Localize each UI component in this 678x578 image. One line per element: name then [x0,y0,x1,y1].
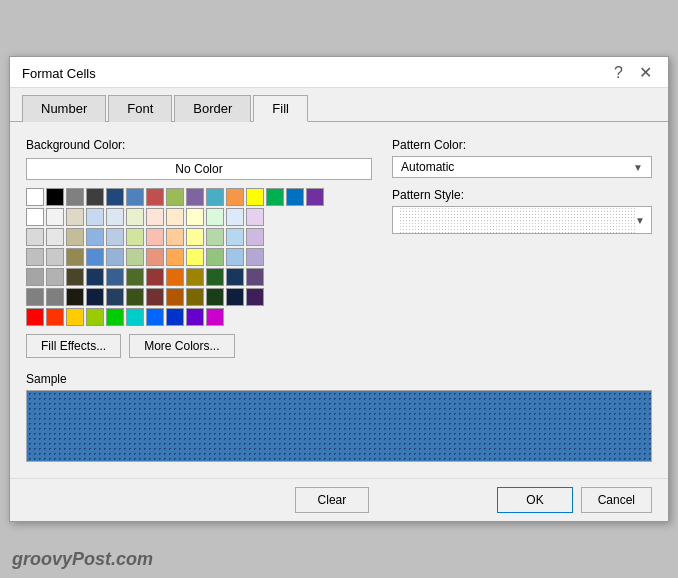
color-cell[interactable] [26,308,44,326]
color-cell[interactable] [66,288,84,306]
color-cell[interactable] [86,188,104,206]
color-cell[interactable] [166,308,184,326]
color-cell[interactable] [106,228,124,246]
color-cell[interactable] [126,228,144,246]
color-cell[interactable] [186,288,204,306]
color-cell[interactable] [26,248,44,266]
color-cell[interactable] [146,228,164,246]
color-cell[interactable] [106,288,124,306]
color-cell[interactable] [66,188,84,206]
color-cell[interactable] [46,228,64,246]
color-cell[interactable] [246,288,264,306]
ok-button[interactable]: OK [497,487,572,513]
color-cell[interactable] [106,208,124,226]
color-cell[interactable] [226,268,244,286]
color-cell[interactable] [146,188,164,206]
color-cell[interactable] [26,268,44,286]
color-cell[interactable] [306,188,324,206]
color-cell[interactable] [246,268,264,286]
color-cell[interactable] [246,208,264,226]
color-cell[interactable] [166,188,184,206]
tab-number[interactable]: Number [22,95,106,122]
color-cell[interactable] [126,188,144,206]
color-cell[interactable] [126,268,144,286]
color-cell[interactable] [146,308,164,326]
color-cell[interactable] [206,208,224,226]
color-cell[interactable] [66,308,84,326]
color-cell[interactable] [66,268,84,286]
color-cell[interactable] [86,208,104,226]
color-cell[interactable] [66,208,84,226]
color-cell[interactable] [266,188,284,206]
color-cell[interactable] [66,228,84,246]
color-cell[interactable] [146,268,164,286]
color-cell[interactable] [106,248,124,266]
help-button[interactable]: ? [610,65,627,81]
color-cell[interactable] [46,248,64,266]
color-cell[interactable] [206,308,224,326]
color-cell[interactable] [86,288,104,306]
color-cell[interactable] [206,228,224,246]
color-cell[interactable] [86,308,104,326]
more-colors-button[interactable]: More Colors... [129,334,234,358]
color-cell[interactable] [206,248,224,266]
color-cell[interactable] [126,288,144,306]
color-cell[interactable] [46,208,64,226]
color-cell[interactable] [126,208,144,226]
color-cell[interactable] [26,208,44,226]
tab-border[interactable]: Border [174,95,251,122]
color-cell[interactable] [46,308,64,326]
color-cell[interactable] [226,188,244,206]
close-button[interactable]: ✕ [635,65,656,81]
fill-effects-button[interactable]: Fill Effects... [26,334,121,358]
color-cell[interactable] [226,288,244,306]
color-cell[interactable] [166,208,184,226]
color-cell[interactable] [246,188,264,206]
color-cell[interactable] [166,268,184,286]
color-cell[interactable] [106,188,124,206]
color-cell[interactable] [66,248,84,266]
color-cell[interactable] [46,288,64,306]
color-cell[interactable] [186,268,204,286]
color-cell[interactable] [206,268,224,286]
no-color-button[interactable]: No Color [26,158,372,180]
color-cell[interactable] [226,208,244,226]
pattern-color-dropdown[interactable]: Automatic ▼ [392,156,652,178]
color-cell[interactable] [286,188,304,206]
color-cell[interactable] [166,288,184,306]
color-cell[interactable] [146,208,164,226]
color-cell[interactable] [186,228,204,246]
pattern-style-dropdown[interactable]: ▼ [392,206,652,234]
color-cell[interactable] [226,248,244,266]
color-cell[interactable] [146,288,164,306]
cancel-button[interactable]: Cancel [581,487,652,513]
color-cell[interactable] [46,188,64,206]
color-cell[interactable] [126,248,144,266]
color-cell[interactable] [26,188,44,206]
tab-font[interactable]: Font [108,95,172,122]
tab-fill[interactable]: Fill [253,95,308,122]
color-cell[interactable] [106,308,124,326]
color-cell[interactable] [26,288,44,306]
color-cell[interactable] [86,248,104,266]
color-cell[interactable] [86,268,104,286]
color-cell[interactable] [246,228,264,246]
color-cell[interactable] [186,208,204,226]
color-cell[interactable] [146,248,164,266]
color-cell[interactable] [206,288,224,306]
color-cell[interactable] [186,188,204,206]
color-cell[interactable] [166,248,184,266]
color-cell[interactable] [226,228,244,246]
clear-button[interactable]: Clear [295,487,370,513]
color-cell[interactable] [246,248,264,266]
color-cell[interactable] [186,248,204,266]
color-cell[interactable] [46,268,64,286]
color-cell[interactable] [166,228,184,246]
color-cell[interactable] [126,308,144,326]
color-cell[interactable] [86,228,104,246]
color-cell[interactable] [26,228,44,246]
color-cell[interactable] [186,308,204,326]
color-cell[interactable] [206,188,224,206]
action-buttons: Fill Effects... More Colors... [26,334,372,358]
color-cell[interactable] [106,268,124,286]
